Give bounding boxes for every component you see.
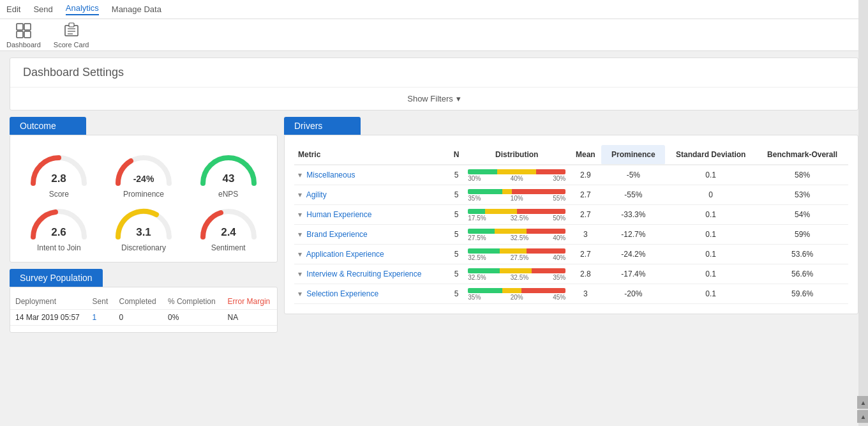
scrollbar[interactable]: ▲ ▲ (858, 0, 868, 349)
col-error-margin: Error Margin (223, 294, 277, 310)
drivers-header: Drivers (284, 117, 361, 135)
svg-text:2.4: 2.4 (221, 226, 236, 238)
metric-name[interactable]: Application Experience (306, 250, 384, 259)
chevron-down-icon[interactable]: ▾ (298, 270, 302, 278)
score-gauge: 2.8 Score (20, 151, 98, 199)
svg-rect-8 (69, 23, 74, 27)
cell-sent[interactable]: 1 (87, 310, 114, 326)
metric-name[interactable]: Miscellaneous (306, 171, 355, 179)
chevron-down-icon[interactable]: ▾ (298, 230, 302, 239)
metric-name[interactable]: Brand Experience (306, 230, 367, 239)
table-row: 14 Mar 2019 05:57 1 0 0% NA (10, 310, 277, 326)
n-cell: 5 (449, 225, 464, 245)
mean-cell: 2.7 (569, 205, 601, 225)
chevron-down-icon[interactable]: ▾ (298, 289, 302, 298)
chevron-down-icon[interactable]: ▾ (298, 190, 302, 199)
prominence-cell: -55% (601, 185, 665, 205)
list-item: ▾ Brand Experience 5 27.5%32.5%40% 3 -12… (294, 225, 848, 245)
svg-text:3.1: 3.1 (136, 226, 151, 238)
prominence-cell: -20% (601, 284, 665, 304)
col-benchmark: Benchmark-Overall (756, 145, 848, 165)
nav-analytics[interactable]: Analytics (66, 3, 99, 15)
col-distribution: Distribution (464, 145, 569, 165)
col-completed: Completed (114, 294, 163, 310)
drivers-table: Metric N Distribution Mean Prominence St… (294, 145, 848, 304)
list-item: ▾ Human Experience 5 17.5%32.5%50% 2.7 -… (294, 205, 848, 225)
svg-rect-0 (17, 24, 23, 30)
metric-name[interactable]: Human Experience (306, 210, 371, 219)
n-cell: 5 (449, 264, 464, 284)
cell-error-margin: NA (223, 310, 277, 326)
prominence-cell: -17.4% (601, 264, 665, 284)
drivers-section: Drivers Metric N Distribution Mean Promi… (284, 117, 858, 314)
chevron-down-icon[interactable]: ▾ (298, 210, 302, 219)
cell-pct-completion: 0% (163, 310, 223, 326)
benchmark-cell: 59.6% (756, 284, 848, 304)
drivers-card: Metric N Distribution Mean Prominence St… (284, 135, 858, 314)
dist-cell: 30%40%30% (464, 165, 569, 185)
metric-name[interactable]: Interview & Recruiting Experience (306, 270, 421, 278)
right-panel: Drivers Metric N Distribution Mean Promi… (284, 117, 858, 339)
nav-edit[interactable]: Edit (6, 4, 20, 14)
mean-cell: 2.8 (569, 264, 601, 284)
svg-text:2.8: 2.8 (52, 172, 67, 185)
survey-card: Deployment Sent Completed % Completion E… (10, 287, 278, 333)
nav-manage-data[interactable]: Manage Data (112, 4, 161, 14)
chevron-down-icon: ▾ (456, 94, 461, 103)
metric-cell: ▾ Human Experience (294, 205, 449, 225)
std-dev-cell: 0 (665, 185, 756, 205)
sentiment-gauge-svg: 2.4 (197, 205, 260, 240)
settings-bar: Dashboard Settings Show Filters ▾ (10, 57, 858, 110)
std-dev-cell: 0.1 (665, 225, 756, 245)
col-mean: Mean (569, 145, 601, 165)
mean-cell: 2.7 (569, 245, 601, 264)
outcome-card: 2.8 Score -24% Prominence (10, 135, 278, 262)
std-dev-cell: 0.1 (665, 165, 756, 185)
col-pct-completion: % Completion (163, 294, 223, 310)
survey-population-header: Survey Population (10, 269, 103, 287)
n-cell: 5 (449, 185, 464, 205)
dashboard-toolbar-item[interactable]: Dashboard (6, 22, 41, 49)
prominence-cell: -33.3% (601, 205, 665, 225)
n-cell: 5 (449, 245, 464, 264)
dashboard-icon (15, 22, 33, 40)
show-filters-button[interactable]: Show Filters ▾ (10, 87, 858, 110)
cell-completed: 0 (114, 310, 163, 326)
list-item: ▾ Miscellaneous 5 30%40%30% 2.9 -5% 0.1 … (294, 165, 848, 185)
svg-text:43: 43 (222, 172, 234, 185)
sentiment-label: Sentiment (211, 243, 246, 252)
metric-cell: ▾ Miscellaneous (294, 165, 449, 185)
mean-cell: 3 (569, 284, 601, 304)
col-std-dev: Standard Deviation (665, 145, 756, 165)
list-item: ▾ Interview & Recruiting Experience 5 32… (294, 264, 848, 284)
chevron-down-icon[interactable]: ▾ (298, 171, 302, 179)
toolbar: Dashboard Score Card (0, 19, 868, 51)
prominence-cell: -12.7% (601, 225, 665, 245)
dist-cell: 32.5%27.5%40% (464, 245, 569, 264)
discretionary-label: Discretionary (121, 243, 166, 252)
prominence-cell: -5% (601, 165, 665, 185)
chevron-down-icon[interactable]: ▾ (298, 250, 302, 259)
score-label: Score (49, 190, 69, 199)
svg-text:2.6: 2.6 (52, 226, 67, 238)
metric-cell: ▾ Agility (294, 185, 449, 205)
prominence-gauge-svg: -24% (112, 151, 176, 186)
metric-name[interactable]: Agility (306, 190, 327, 199)
scorecard-icon (63, 22, 80, 40)
scorecard-toolbar-item[interactable]: Score Card (54, 22, 89, 49)
survey-population-section: Survey Population Deployment Sent Comple… (10, 269, 278, 333)
benchmark-cell: 58% (756, 165, 848, 185)
benchmark-cell: 53.6% (756, 245, 848, 264)
col-prominence: Prominence (601, 145, 665, 165)
left-panel: Outcome 2.8 Score (10, 117, 278, 339)
gauges-grid: 2.8 Score -24% Prominence (20, 151, 267, 252)
mean-cell: 2.9 (569, 165, 601, 185)
metric-name[interactable]: Selection Experience (306, 289, 378, 298)
n-cell: 5 (449, 284, 464, 304)
sentiment-gauge: 2.4 Sentiment (189, 205, 267, 252)
svg-rect-1 (24, 24, 31, 30)
metric-cell: ▾ Application Experience (294, 245, 449, 264)
nav-send[interactable]: Send (33, 4, 52, 14)
std-dev-cell: 0.1 (665, 205, 756, 225)
benchmark-cell: 53% (756, 185, 848, 205)
